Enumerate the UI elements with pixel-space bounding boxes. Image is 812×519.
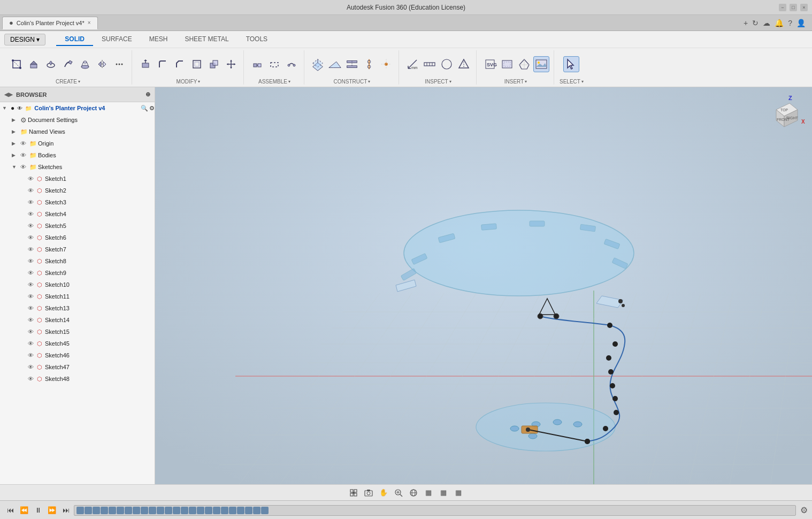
tab-solid[interactable]: SOLID [56, 33, 93, 46]
angle-plane-btn[interactable] [327, 56, 343, 72]
new-tab-icon[interactable]: + [744, 19, 748, 27]
tree-sketch45[interactable]: ▶ 👁 ⬡ Sketch45 [0, 338, 155, 349]
timeline-play-btn[interactable]: ⏸ [32, 505, 44, 516]
tree-doc-settings[interactable]: ▶ ⚙ Document Settings [0, 114, 155, 126]
tab-surface[interactable]: SURFACE [93, 33, 141, 46]
timeline-item-2[interactable] [93, 507, 100, 514]
tree-sketch9[interactable]: ▶ 👁 ⬡ Sketch9 [0, 267, 155, 279]
timeline-item-7[interactable] [133, 507, 140, 514]
view-cube[interactable]: Z X FRONT RIGHT TOP [763, 94, 806, 136]
create-sketch-btn[interactable] [9, 56, 25, 72]
measure-btn[interactable]: mm [404, 56, 420, 72]
combine-btn[interactable] [206, 56, 222, 72]
tree-origin[interactable]: ▶ 👁 📁 Origin [0, 138, 155, 149]
maximize-button[interactable]: □ [790, 4, 797, 11]
timeline-item-6[interactable] [125, 507, 132, 514]
timeline-item-9[interactable] [149, 507, 156, 514]
grid-btn[interactable]: ▦ [422, 486, 435, 499]
timeline-item-0[interactable] [76, 507, 84, 514]
design-button[interactable]: DESIGN ▾ [4, 34, 45, 45]
insert-svg-btn[interactable]: SVG [482, 56, 498, 72]
sketch10-eye[interactable]: 👁 [28, 281, 34, 288]
shell-btn[interactable] [189, 56, 205, 72]
sketch14-eye[interactable]: 👁 [28, 317, 34, 323]
sweep-btn[interactable] [60, 56, 76, 72]
point-btn[interactable] [378, 56, 394, 72]
tree-named-views[interactable]: ▶ 📁 Named Views [0, 126, 155, 138]
timeline-item-14[interactable] [189, 507, 196, 514]
notification-icon[interactable]: 🔔 [775, 19, 784, 27]
extrude-btn[interactable] [26, 56, 42, 72]
sketch1-eye[interactable]: 👁 [28, 175, 34, 182]
tree-sketch8[interactable]: ▶ 👁 ⬡ Sketch8 [0, 255, 155, 267]
tree-sketch15[interactable]: ▶ 👁 ⬡ Sketch15 [0, 326, 155, 338]
tree-bodies[interactable]: ▶ 👁 📁 Bodies [0, 149, 155, 161]
tree-sketch11[interactable]: ▶ 👁 ⬡ Sketch11 [0, 291, 155, 302]
sketches-eye[interactable]: 👁 [20, 164, 26, 170]
more-create-btn[interactable] [111, 56, 127, 72]
sketch7-eye[interactable]: 👁 [28, 246, 34, 253]
tree-sketch7[interactable]: ▶ 👁 ⬡ Sketch7 [0, 243, 155, 255]
insert-mesh-btn[interactable] [516, 56, 532, 72]
fit-all-btn[interactable] [347, 486, 360, 499]
sketch15-eye[interactable]: 👁 [28, 329, 34, 335]
rigid-btn[interactable] [266, 56, 282, 72]
sketch3-eye[interactable]: 👁 [28, 199, 34, 205]
tree-sketch2[interactable]: ▶ 👁 ⬡ Sketch2 [0, 185, 155, 196]
tab-mesh[interactable]: MESH [141, 33, 177, 46]
tree-sketch4[interactable]: ▶ 👁 ⬡ Sketch4 [0, 208, 155, 220]
help-icon[interactable]: ? [788, 19, 792, 27]
tree-sketch14[interactable]: ▶ 👁 ⬡ Sketch14 [0, 314, 155, 326]
timeline-item-21[interactable] [245, 507, 252, 514]
browser-expand-icon[interactable]: ⊕ [145, 91, 150, 98]
timeline-item-8[interactable] [141, 507, 148, 514]
timeline-item-10[interactable] [157, 507, 164, 514]
refresh-icon[interactable]: ↻ [752, 19, 759, 27]
timeline-item-15[interactable] [197, 507, 204, 514]
panels-btn[interactable]: ▦ [452, 486, 465, 499]
sketch4-eye[interactable]: 👁 [28, 211, 34, 217]
main-tab[interactable]: ● Colin's Planter Project v4* × [2, 17, 98, 29]
sketch6-eye[interactable]: 👁 [28, 234, 34, 241]
timeline-item-4[interactable] [109, 507, 116, 514]
tree-sketch5[interactable]: ▶ 👁 ⬡ Sketch5 [0, 220, 155, 232]
offset-plane-btn[interactable] [310, 56, 326, 72]
close-button[interactable]: × [800, 4, 808, 11]
timeline-item-17[interactable] [213, 507, 220, 514]
tab-close-icon[interactable]: × [88, 20, 91, 26]
sketch45-eye[interactable]: 👁 [28, 340, 34, 347]
timeline-start-btn[interactable]: ⏮ [4, 505, 16, 516]
tree-sketch47[interactable]: ▶ 👁 ⬡ Sketch47 [0, 361, 155, 373]
bodies-eye[interactable]: 👁 [20, 152, 26, 158]
timeline-item-23[interactable] [261, 507, 269, 514]
sketch47-eye[interactable]: 👁 [28, 364, 34, 370]
timeline-item-13[interactable] [181, 507, 188, 514]
press-pull-btn[interactable] [137, 56, 154, 72]
timeline-item-1[interactable] [85, 507, 92, 514]
user-icon[interactable]: 👤 [796, 19, 806, 27]
root-settings-icon[interactable]: ⚙ [149, 105, 155, 112]
origin-eye[interactable]: 👁 [20, 140, 26, 147]
timeline-item-22[interactable] [253, 507, 261, 514]
joint-btn[interactable] [249, 56, 265, 72]
tab-tools[interactable]: TOOLS [238, 33, 276, 46]
midplane-btn[interactable] [344, 56, 360, 72]
draft-btn[interactable] [456, 56, 472, 72]
tree-sketch6[interactable]: ▶ 👁 ⬡ Sketch6 [0, 232, 155, 243]
insert-canvas-btn[interactable] [499, 56, 515, 72]
tree-root[interactable]: ▼ ● 👁 📁 Colin's Planter Project v4 🔍 ⚙ [0, 102, 155, 114]
timeline-settings-icon[interactable]: ⚙ [800, 505, 808, 515]
sketch11-eye[interactable]: 👁 [28, 293, 34, 300]
timeline-item-18[interactable] [221, 507, 228, 514]
timeline-item-19[interactable] [229, 507, 236, 514]
axis-btn[interactable] [361, 56, 377, 72]
tree-sketch3[interactable]: ▶ 👁 ⬡ Sketch3 [0, 196, 155, 208]
sketch8-eye[interactable]: 👁 [28, 258, 34, 264]
display-mode-btn[interactable] [407, 486, 420, 499]
timeline-item-12[interactable] [173, 507, 180, 514]
tree-sketch1[interactable]: ▶ 👁 ⬡ Sketch1 [0, 173, 155, 185]
timeline-prev-btn[interactable]: ⏪ [18, 505, 30, 516]
sketch2-eye[interactable]: 👁 [28, 187, 34, 194]
timeline-item-16[interactable] [205, 507, 212, 514]
timeline-item-5[interactable] [117, 507, 124, 514]
